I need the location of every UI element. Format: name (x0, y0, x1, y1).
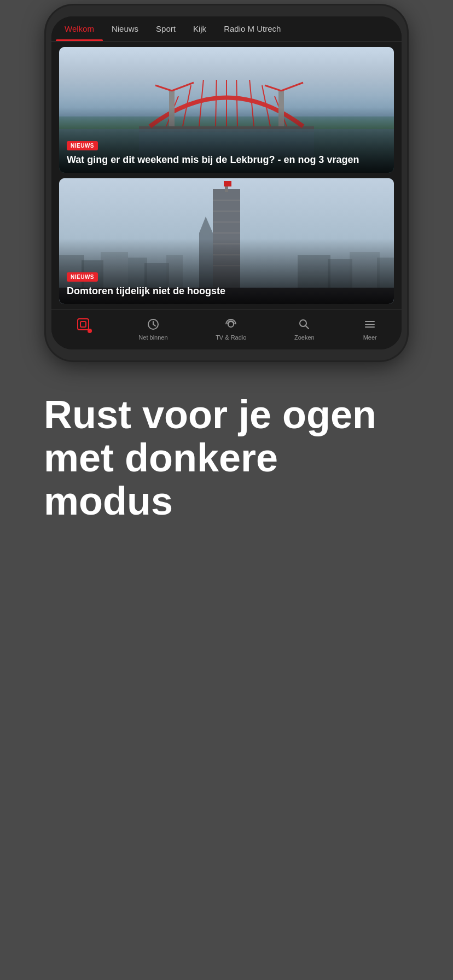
svg-line-15 (281, 83, 303, 91)
card-title-1: Wat ging er dit weekend mis bij de Lekbr… (67, 154, 386, 166)
bottom-nav-home[interactable] (67, 314, 100, 343)
svg-line-16 (265, 85, 281, 91)
svg-line-48 (306, 326, 309, 329)
bottom-nav-net-binnen[interactable]: Net binnen (130, 314, 176, 343)
bottom-nav: Net binnen TV & Radio (51, 310, 402, 349)
phone-screen: Welkom Nieuws Sport Kijk Radio M Utrech (51, 16, 402, 349)
card-title-2: Domtoren tijdelijk niet de hoogste (67, 285, 386, 298)
card-text-1: NIEUWS Wat ging er dit weekend mis bij d… (59, 133, 394, 173)
promo-text-section: Rust voor je ogen met donkere modus (0, 360, 453, 567)
svg-rect-39 (224, 181, 231, 186)
bottom-nav-zoeken[interactable]: Zoeken (286, 314, 323, 343)
nav-dot (88, 329, 92, 333)
article-card-2[interactable]: NIEUWS Domtoren tijdelijk niet de hoogst… (59, 178, 394, 304)
search-icon (297, 317, 312, 332)
home-icon (76, 317, 91, 332)
tab-welkom[interactable]: Welkom (56, 16, 103, 41)
promo-title: Rust voor je ogen met donkere modus (44, 393, 409, 523)
tab-radio[interactable]: Radio M Utrech (215, 16, 289, 41)
svg-rect-41 (78, 319, 89, 330)
radio-icon (223, 317, 239, 332)
svg-rect-42 (80, 322, 86, 327)
clock-icon (146, 317, 161, 332)
page-wrapper: Welkom Nieuws Sport Kijk Radio M Utrech (0, 0, 453, 980)
bottom-nav-label-tv-radio: TV & Radio (216, 334, 246, 341)
category-badge-1: NIEUWS (67, 141, 98, 150)
phone-frame: Welkom Nieuws Sport Kijk Radio M Utrech (46, 5, 407, 360)
menu-icon (362, 317, 378, 332)
card-text-2: NIEUWS Domtoren tijdelijk niet de hoogst… (59, 265, 394, 304)
svg-point-46 (228, 322, 234, 327)
content-area: NIEUWS Wat ging er dit weekend mis bij d… (51, 42, 402, 310)
bottom-nav-label-meer: Meer (363, 334, 377, 341)
nav-tabs: Welkom Nieuws Sport Kijk Radio M Utrech (51, 16, 402, 42)
category-badge-2: NIEUWS (67, 272, 98, 282)
article-card-1[interactable]: NIEUWS Wat ging er dit weekend mis bij d… (59, 47, 394, 173)
svg-line-45 (153, 324, 155, 326)
svg-line-14 (155, 85, 172, 91)
tab-kijk[interactable]: Kijk (184, 16, 215, 41)
bottom-nav-label-zoeken: Zoeken (294, 334, 315, 341)
bottom-nav-tv-radio[interactable]: TV & Radio (207, 314, 255, 343)
tab-sport[interactable]: Sport (147, 16, 184, 41)
bottom-nav-label-net-binnen: Net binnen (138, 334, 167, 341)
tab-nieuws[interactable]: Nieuws (103, 16, 147, 41)
bottom-nav-meer[interactable]: Meer (353, 314, 386, 343)
